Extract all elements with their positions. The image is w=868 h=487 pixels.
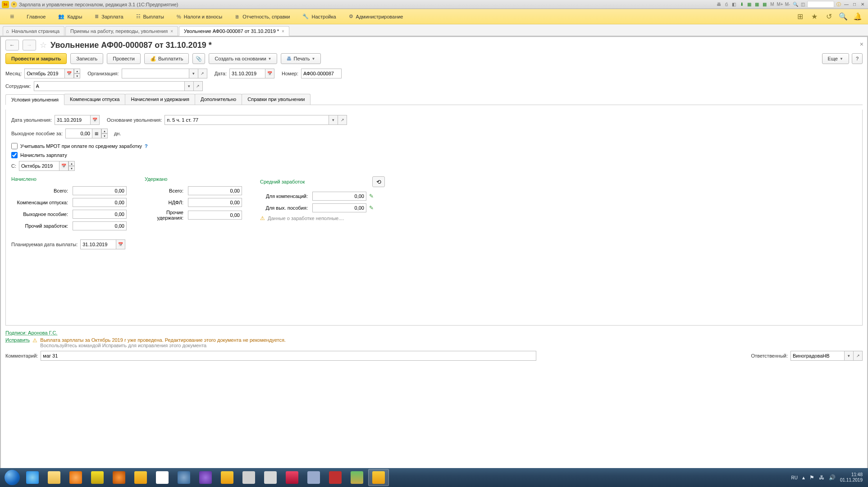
- taskbar-explorer[interactable]: [44, 469, 64, 486]
- minimize-button[interactable]: —: [843, 1, 850, 8]
- number-input[interactable]: [301, 69, 342, 78]
- menu-personnel[interactable]: 👥Кадры: [52, 9, 88, 24]
- back-button[interactable]: ←: [5, 40, 19, 51]
- menu-payments[interactable]: ☷Выплаты: [130, 9, 170, 24]
- date-input[interactable]: [229, 69, 265, 78]
- menu-admin[interactable]: ⚙Администрирование: [343, 9, 410, 24]
- tab-accruals[interactable]: Начисления и удержания: [125, 94, 195, 105]
- bell-icon[interactable]: 🔔: [854, 13, 862, 21]
- term-date-input[interactable]: [55, 115, 91, 125]
- menu-settings[interactable]: 🔧Настройка: [296, 9, 342, 24]
- from-input[interactable]: [19, 161, 59, 171]
- help-icon[interactable]: ?: [145, 143, 148, 149]
- calendar-icon[interactable]: 📅: [65, 69, 74, 78]
- menu-main[interactable]: Главное: [20, 9, 52, 24]
- fix-link[interactable]: Исправить: [5, 337, 30, 348]
- edit-icon[interactable]: ✎: [369, 205, 374, 211]
- signatures-link[interactable]: Подписи: Аронова Г.С.: [5, 330, 57, 335]
- taskbar-app6[interactable]: [325, 469, 346, 486]
- close-tab-icon[interactable]: ×: [282, 29, 284, 34]
- calc-icon[interactable]: ▦: [92, 129, 101, 138]
- maximize-button[interactable]: □: [851, 1, 858, 8]
- spin-up[interactable]: ▲: [101, 129, 108, 133]
- favorite-star-icon[interactable]: ☆: [40, 40, 47, 50]
- taskbar-1c-active[interactable]: [368, 469, 389, 486]
- attach-button[interactable]: 📎: [192, 53, 205, 64]
- dropdown-icon[interactable]: ▾: [189, 69, 198, 78]
- create-based-button[interactable]: Создать на основании▼: [209, 53, 277, 64]
- taskbar-app4[interactable]: [282, 469, 302, 486]
- menu-reports[interactable]: 🗎Отчетность, справки: [228, 9, 296, 24]
- taskbar-app3[interactable]: [260, 469, 281, 486]
- taskbar-calc[interactable]: [238, 469, 259, 486]
- tab-dismissal[interactable]: Увольнение АФ00-000087 от 31.10.2019 *×: [179, 26, 289, 36]
- help-button[interactable]: ?: [852, 53, 863, 64]
- taskbar-app5[interactable]: [303, 469, 324, 486]
- comment-input[interactable]: [41, 351, 536, 361]
- employee-input[interactable]: [34, 81, 185, 91]
- stats-icon[interactable]: ◧: [731, 1, 737, 8]
- tab-conditions[interactable]: Условия увольнения: [5, 94, 64, 105]
- for-sev-input[interactable]: [312, 203, 366, 212]
- language-indicator[interactable]: RU: [791, 475, 797, 480]
- dropdown-icon[interactable]: ▾: [185, 81, 194, 91]
- taskbar-media[interactable]: [65, 469, 86, 486]
- spin-down[interactable]: ▼: [74, 74, 80, 78]
- zoom-icon[interactable]: 🔍: [792, 1, 799, 8]
- pay-button[interactable]: 💰Выплатить: [144, 53, 189, 64]
- search-icon[interactable]: 🔍: [839, 13, 847, 21]
- plan-date-input[interactable]: [80, 239, 116, 249]
- total-with-input[interactable]: [188, 186, 242, 195]
- tab-references[interactable]: Справки при увольнении: [242, 94, 311, 105]
- calendar-icon[interactable]: 📅: [91, 115, 100, 125]
- calendar-icon[interactable]: 📅: [116, 239, 125, 249]
- open-icon[interactable]: ↗: [338, 115, 347, 125]
- month-input[interactable]: [24, 69, 65, 78]
- menu-taxes[interactable]: %Налоги и взносы: [170, 9, 228, 24]
- tab-hiring[interactable]: Приемы на работу, переводы, увольнения×: [65, 26, 178, 36]
- close-tab-icon[interactable]: ×: [170, 29, 173, 34]
- open-icon[interactable]: ↗: [198, 69, 207, 78]
- download-icon[interactable]: ⬇: [738, 1, 745, 8]
- panels-icon[interactable]: ◫: [799, 1, 806, 8]
- dropdown-icon[interactable]: ▾: [329, 115, 338, 125]
- info-icon[interactable]: ⓘ: [835, 1, 842, 8]
- taskbar-app7[interactable]: [347, 469, 367, 486]
- m-plus-label[interactable]: M+: [777, 1, 783, 8]
- dropdown-icon[interactable]: ▾: [845, 351, 854, 361]
- tray-network-icon[interactable]: 🖧: [819, 474, 824, 481]
- start-button[interactable]: [3, 468, 22, 487]
- taskbar-paint[interactable]: [152, 469, 173, 486]
- user-box[interactable]: [807, 1, 834, 8]
- forward-button[interactable]: →: [23, 40, 36, 51]
- org-input[interactable]: [122, 69, 189, 78]
- menu-item-burger[interactable]: ≡: [4, 9, 20, 24]
- calc-icon[interactable]: ▦: [746, 1, 753, 8]
- other-input[interactable]: [73, 221, 127, 230]
- spin-up[interactable]: ▲: [69, 161, 75, 166]
- other-with-input[interactable]: [188, 211, 242, 220]
- refresh-button[interactable]: ⟲: [372, 176, 385, 187]
- app-menu-dropdown[interactable]: ▾: [11, 1, 17, 8]
- schedule-icon[interactable]: ▦: [761, 1, 768, 8]
- apps-icon[interactable]: ⊞: [796, 13, 804, 21]
- calendar-icon[interactable]: ▦: [754, 1, 760, 8]
- for-comp-input[interactable]: [312, 192, 366, 201]
- spin-down[interactable]: ▼: [101, 133, 108, 138]
- total-accr-input[interactable]: [73, 186, 127, 195]
- severance-input[interactable]: [65, 129, 92, 138]
- post-button[interactable]: Провести: [107, 53, 141, 64]
- tab-home[interactable]: ⌂Начальная страница: [3, 26, 64, 36]
- tab-vacation-comp[interactable]: Компенсации отпуска: [64, 94, 125, 105]
- content-close-icon[interactable]: ×: [860, 41, 863, 48]
- taskbar-ie[interactable]: [22, 469, 43, 486]
- sev-input[interactable]: [73, 210, 127, 219]
- post-and-close-button[interactable]: Провести и закрыть: [5, 53, 67, 64]
- accrue-checkbox[interactable]: [11, 152, 18, 158]
- favorites-icon[interactable]: ★: [810, 13, 818, 21]
- spin-up[interactable]: ▲: [74, 69, 80, 74]
- mrot-checkbox[interactable]: [11, 143, 18, 149]
- calendar-icon[interactable]: 📅: [59, 161, 69, 171]
- ndfl-input[interactable]: [188, 198, 242, 207]
- history-icon[interactable]: ↺: [825, 13, 833, 21]
